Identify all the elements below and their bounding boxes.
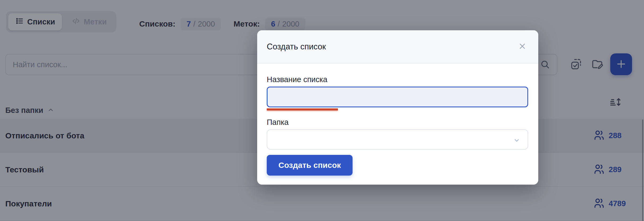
modal-title: Создать список [267,42,326,52]
close-icon [518,41,527,52]
list-name-input[interactable] [267,87,528,107]
folder-field-label: Папка [267,118,528,127]
lists-page: Списки Метки Списков: 7 / 2000 Меток: 6 … [0,0,644,221]
modal-body: Название списка Папка Создать список [257,63,538,176]
required-indicator-bar [267,108,338,110]
folder-select[interactable] [267,129,528,150]
modal-header: Создать список [257,30,538,63]
create-list-modal: Создать список Название списка Папка [257,30,538,185]
close-button[interactable] [516,40,529,53]
create-list-submit-button[interactable]: Создать список [267,155,353,176]
name-field-label: Название списка [267,75,528,84]
chevron-down-icon [513,136,521,145]
